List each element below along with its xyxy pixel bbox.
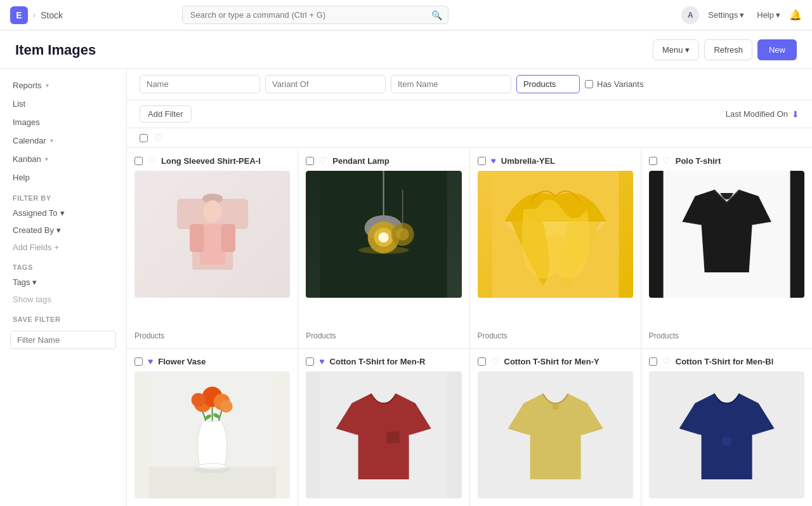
card-favorite-icon[interactable]: ♡ — [662, 356, 671, 366]
card-favorite-icon[interactable]: ♡ — [319, 156, 327, 166]
filter-bar: Products Has Variants — [127, 69, 812, 100]
card-select-checkbox[interactable] — [306, 157, 314, 165]
product-card[interactable]: ♡ Cotton T-Shirt for Men-Y — [470, 349, 641, 506]
card-header: ♥ Umbrella-YEL — [478, 156, 633, 166]
sidebar-show-tags[interactable]: Show tags — [0, 291, 126, 308]
sidebar-item-images[interactable]: Images — [0, 113, 126, 131]
card-category: Products — [306, 331, 461, 340]
svg-point-29 — [192, 393, 206, 407]
card-select-checkbox[interactable] — [649, 157, 657, 165]
card-favorite-icon[interactable]: ♡ — [148, 156, 156, 166]
card-favorite-icon[interactable]: ♥ — [319, 356, 324, 366]
sidebar-item-reports[interactable]: Reports ▾ — [0, 76, 126, 95]
card-header: ♡ Long Sleeved Shirt-PEA-I — [134, 156, 290, 166]
card-header: ♥ Cotton T-Shirt for Men-R — [306, 356, 461, 366]
card-category: Products — [134, 331, 290, 340]
card-title: Cotton T-Shirt for Men-Y — [504, 357, 633, 366]
product-card[interactable]: ♥ Cotton T-Shirt for Men-R — [298, 349, 469, 506]
card-image — [306, 371, 461, 506]
filter-actions-bar: Add Filter Last Modified On ⬇ — [127, 100, 812, 128]
menu-button[interactable]: Menu ▾ — [653, 39, 700, 60]
product-card[interactable]: ♡ Pendant Lamp — [298, 148, 469, 348]
card-favorite-icon[interactable]: ♡ — [491, 356, 499, 366]
svg-rect-6 — [190, 224, 204, 252]
calendar-chevron-icon: ▾ — [50, 137, 53, 144]
products-filter[interactable]: Products — [516, 75, 580, 93]
card-select-checkbox[interactable] — [134, 357, 143, 366]
tags-chevron-icon: ▾ — [32, 277, 37, 287]
search-input[interactable] — [182, 6, 449, 24]
avatar: A — [681, 6, 699, 24]
sidebar-item-calendar[interactable]: Calendar ▾ — [0, 131, 126, 150]
name-filter-input[interactable] — [140, 75, 260, 93]
product-card[interactable]: ♡ Cotton T-Shirt for Men-Bl — [641, 349, 812, 506]
settings-button[interactable]: Settings ▾ — [704, 8, 748, 22]
save-filter-section-label: Save Filter — [0, 308, 126, 326]
card-title: Polo T-shirt — [676, 156, 804, 166]
sidebar: Reports ▾ List Images Calendar ▾ Kanban … — [0, 69, 127, 506]
search-icon: 🔍 — [431, 10, 442, 20]
item-name-filter-input[interactable] — [391, 75, 511, 93]
card-select-checkbox[interactable] — [478, 357, 486, 366]
svg-rect-7 — [221, 224, 235, 252]
sidebar-item-kanban[interactable]: Kanban ▾ — [0, 150, 126, 168]
select-all-checkbox[interactable] — [140, 134, 148, 142]
card-select-checkbox[interactable] — [134, 157, 143, 165]
sidebar-filter-created-by[interactable]: Created By ▾ — [0, 222, 126, 239]
app-icon: E — [10, 6, 28, 24]
refresh-button[interactable]: Refresh — [704, 39, 752, 60]
sidebar-filter-assigned-to[interactable]: Assigned To ▾ — [0, 204, 126, 222]
new-button[interactable]: New — [757, 39, 797, 60]
product-card[interactable]: ♡ Long Sleeved Shirt-PEA-I — [127, 148, 298, 348]
card-image — [134, 171, 290, 326]
card-image — [478, 371, 633, 506]
variant-of-filter-input[interactable] — [265, 75, 386, 93]
assigned-to-chevron-icon: ▾ — [60, 208, 65, 218]
card-image — [134, 371, 290, 506]
sort-direction-icon[interactable]: ⬇ — [792, 109, 799, 119]
svg-point-13 — [379, 232, 389, 243]
card-image — [306, 171, 461, 326]
card-select-checkbox[interactable] — [306, 357, 314, 366]
card-title: Umbrella-YEL — [501, 156, 633, 166]
card-select-checkbox[interactable] — [649, 357, 657, 366]
product-grid: ♡ Long Sleeved Shirt-PEA-I — [127, 148, 812, 506]
sidebar-tags-item[interactable]: Tags ▾ — [0, 274, 126, 291]
add-filter-button[interactable]: Add Filter — [140, 105, 192, 123]
kanban-chevron-icon: ▾ — [45, 156, 48, 163]
search-bar: 🔍 — [182, 6, 449, 24]
has-variants-filter[interactable]: Has Variants — [585, 79, 643, 89]
svg-point-46 — [721, 436, 731, 446]
card-title: Cotton T-Shirt for Men-Bl — [676, 357, 804, 366]
sidebar-item-help[interactable]: Help — [0, 168, 126, 187]
page-title: Item Images — [15, 42, 96, 58]
product-card[interactable]: ♥ Flower Vase — [127, 349, 298, 506]
product-card[interactable]: ♥ Umbrella-YEL — [470, 148, 641, 348]
breadcrumb-module[interactable]: Stock — [41, 10, 63, 20]
card-header: ♡ Cotton T-Shirt for Men-Bl — [649, 356, 804, 366]
favorite-all-icon[interactable]: ♡ — [154, 132, 162, 143]
card-header: ♡ Cotton T-Shirt for Men-Y — [478, 356, 633, 366]
product-card[interactable]: ♡ Polo T-shirt — [641, 148, 812, 348]
help-nav-button[interactable]: Help ▾ — [753, 8, 784, 22]
sidebar-item-list[interactable]: List — [0, 95, 126, 113]
card-title: Cotton T-Shirt for Men-R — [330, 357, 462, 366]
page-header: Item Images Menu ▾ Refresh New — [0, 30, 812, 69]
svg-point-4 — [203, 200, 221, 222]
reports-chevron-icon: ▾ — [46, 82, 49, 89]
card-favorite-icon[interactable]: ♡ — [662, 156, 671, 166]
card-favorite-icon[interactable]: ♥ — [148, 356, 153, 366]
filter-name-input[interactable] — [10, 331, 116, 349]
notification-bell-icon[interactable]: 🔔 — [789, 9, 802, 21]
card-image — [478, 171, 633, 326]
card-favorite-icon[interactable]: ♥ — [491, 156, 496, 166]
top-navigation: E › Stock 🔍 A Settings ▾ Help ▾ 🔔 — [0, 0, 812, 30]
sort-label: Last Modified On ⬇ — [726, 109, 799, 119]
filter-by-section-label: Filter By — [0, 187, 126, 204]
card-select-checkbox[interactable] — [478, 157, 486, 165]
tags-section-label: Tags — [0, 256, 126, 274]
svg-point-14 — [358, 246, 409, 254]
svg-rect-42 — [552, 404, 558, 409]
add-fields-button[interactable]: Add Fields + — [0, 239, 126, 256]
has-variants-checkbox[interactable] — [585, 80, 593, 88]
